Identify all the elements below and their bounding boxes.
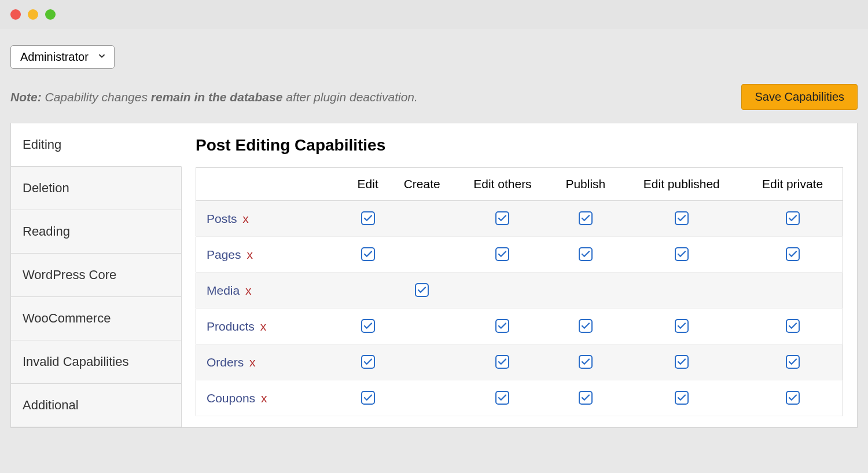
capability-cell (455, 380, 551, 416)
capability-cell (347, 309, 389, 344)
capability-checkbox[interactable] (675, 319, 689, 333)
tabs-sidebar: EditingDeletionReadingWordPress CoreWooC… (11, 123, 182, 427)
capability-checkbox[interactable] (361, 355, 375, 369)
maximize-window-button[interactable] (45, 9, 56, 20)
remove-row-icon[interactable]: x (244, 248, 253, 261)
save-capabilities-button[interactable]: Save Capabilities (741, 84, 858, 110)
capability-cell (455, 237, 551, 273)
remove-row-icon[interactable]: x (246, 355, 255, 369)
capability-checkbox[interactable] (495, 211, 509, 225)
row-label-cell: Products x (196, 309, 347, 344)
capability-cell (455, 309, 551, 344)
note-prefix: Note: (10, 90, 42, 104)
capability-cell (347, 237, 389, 273)
row-type-link[interactable]: Posts (207, 212, 237, 225)
capability-checkbox[interactable] (579, 319, 593, 333)
table-row: Coupons x (196, 380, 843, 416)
note-text: Note: Capability changes remain in the d… (10, 90, 418, 104)
window-titlebar (0, 0, 868, 29)
capability-checkbox[interactable] (675, 247, 689, 261)
capability-cell (550, 237, 620, 273)
note-bold: remain in the database (151, 90, 283, 104)
capability-cell (742, 273, 843, 309)
minimize-window-button[interactable] (28, 9, 38, 20)
col-header: Create (389, 168, 455, 201)
table-row: Pages x (196, 237, 843, 273)
remove-row-icon[interactable]: x (240, 212, 249, 225)
capability-checkbox[interactable] (495, 247, 509, 261)
remove-row-icon[interactable]: x (257, 320, 266, 333)
capability-checkbox[interactable] (579, 391, 593, 405)
capability-checkbox[interactable] (675, 211, 689, 225)
col-header: Edit others (455, 168, 551, 201)
capability-checkbox[interactable] (675, 391, 689, 405)
capability-cell (742, 201, 843, 237)
capability-cell (389, 273, 455, 309)
capability-checkbox[interactable] (786, 211, 800, 225)
capability-checkbox[interactable] (495, 319, 509, 333)
capability-checkbox[interactable] (361, 211, 375, 225)
tab-reading[interactable]: Reading (11, 210, 182, 254)
capability-checkbox[interactable] (361, 247, 375, 261)
capability-cell (550, 344, 620, 380)
capability-checkbox[interactable] (786, 355, 800, 369)
capability-checkbox[interactable] (786, 319, 800, 333)
capability-checkbox[interactable] (579, 247, 593, 261)
tab-additional[interactable]: Additional (11, 384, 182, 427)
capability-cell (455, 273, 551, 309)
col-header: Edit private (742, 168, 843, 201)
remove-row-icon[interactable]: x (258, 391, 267, 405)
tab-wordpress-core[interactable]: WordPress Core (11, 254, 182, 297)
capability-cell (620, 344, 742, 380)
table-row: Posts x (196, 201, 843, 237)
row-type-link[interactable]: Products (207, 320, 255, 333)
capability-cell (742, 380, 843, 416)
capabilities-content: Post Editing Capabilities EditCreateEdit… (182, 123, 857, 427)
capability-cell (742, 237, 843, 273)
capability-checkbox[interactable] (786, 391, 800, 405)
table-row: Products x (196, 309, 843, 344)
col-header: Edit published (620, 168, 742, 201)
chevron-down-icon (97, 50, 107, 64)
capability-checkbox[interactable] (579, 355, 593, 369)
capability-cell (347, 380, 389, 416)
row-label-cell: Orders x (196, 344, 347, 380)
capability-cell (347, 344, 389, 380)
capability-cell (620, 273, 742, 309)
row-type-link[interactable]: Orders (207, 355, 244, 369)
capability-checkbox[interactable] (786, 247, 800, 261)
role-select[interactable]: Administrator (10, 45, 115, 69)
col-header: Publish (550, 168, 620, 201)
row-type-link[interactable]: Coupons (207, 391, 255, 405)
note-row: Note: Capability changes remain in the d… (0, 74, 868, 110)
capability-checkbox[interactable] (415, 283, 429, 297)
remove-row-icon[interactable]: x (242, 284, 251, 297)
capability-cell (455, 201, 551, 237)
row-label-cell: Coupons x (196, 380, 347, 416)
capability-cell (550, 201, 620, 237)
capabilities-panel: EditingDeletionReadingWordPress CoreWooC… (10, 123, 858, 428)
tab-editing[interactable]: Editing (11, 123, 182, 167)
capability-checkbox[interactable] (675, 355, 689, 369)
row-label-cell: Media x (196, 273, 347, 309)
row-type-link[interactable]: Pages (207, 248, 241, 261)
capability-cell (742, 309, 843, 344)
capability-checkbox[interactable] (361, 391, 375, 405)
capability-checkbox[interactable] (579, 211, 593, 225)
row-label-cell: Posts x (196, 201, 347, 237)
tab-deletion[interactable]: Deletion (11, 167, 182, 210)
capability-cell (550, 273, 620, 309)
row-type-link[interactable]: Media (207, 284, 240, 297)
close-window-button[interactable] (10, 9, 21, 20)
capability-cell (550, 380, 620, 416)
tab-woocommerce[interactable]: WooCommerce (11, 297, 182, 340)
capability-checkbox[interactable] (361, 319, 375, 333)
role-toolbar: Administrator (0, 29, 868, 74)
capability-cell (620, 309, 742, 344)
capability-checkbox[interactable] (495, 355, 509, 369)
capability-checkbox[interactable] (495, 391, 509, 405)
capability-cell (389, 237, 455, 273)
col-header: Edit (347, 168, 389, 201)
table-row: Orders x (196, 344, 843, 380)
tab-invalid-capabilities[interactable]: Invalid Capabilities (11, 340, 182, 384)
